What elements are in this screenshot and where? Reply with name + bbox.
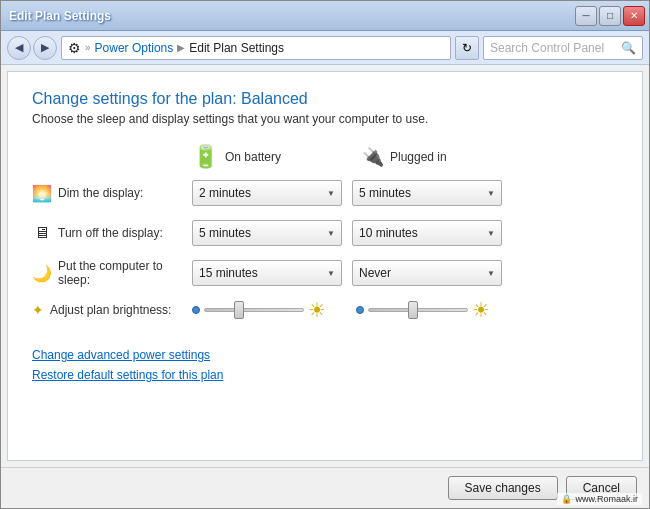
battery-brightness-section: ☀ bbox=[192, 298, 352, 322]
dropdown-arrow: ▼ bbox=[327, 269, 335, 278]
brightness-battery-thumb[interactable] bbox=[234, 301, 244, 319]
search-placeholder: Search Control Panel bbox=[490, 41, 604, 55]
turnoff-display-battery-dropdown[interactable]: 5 minutes ▼ bbox=[192, 220, 342, 246]
sleep-battery-value: 15 minutes bbox=[199, 266, 258, 280]
minimize-button[interactable]: ─ bbox=[575, 6, 597, 26]
pluggedin-column-header: 🔌 Plugged in bbox=[362, 146, 532, 168]
battery-icon: 🔋 bbox=[192, 144, 219, 170]
brightness-label-icon: ✦ bbox=[32, 302, 44, 318]
title-bar-text: Edit Plan Settings bbox=[9, 9, 111, 23]
close-button[interactable]: ✕ bbox=[623, 6, 645, 26]
dropdown-arrow: ▼ bbox=[487, 189, 495, 198]
page-subtitle: Choose the sleep and display settings th… bbox=[32, 112, 618, 126]
brightness-text: Adjust plan brightness: bbox=[50, 303, 171, 317]
sleep-controls: 15 minutes ▼ Never ▼ bbox=[192, 260, 502, 286]
restore-defaults-link[interactable]: Restore default settings for this plan bbox=[32, 368, 618, 382]
title-bar-controls: ─ □ ✕ bbox=[575, 6, 645, 26]
dropdown-arrow: ▼ bbox=[487, 269, 495, 278]
search-icon: 🔍 bbox=[621, 41, 636, 55]
brightness-label: ✦ Adjust plan brightness: bbox=[32, 302, 192, 318]
turnoff-display-label: 🖥 Turn off the display: bbox=[32, 224, 192, 242]
watermark: 🔒 www.Romaak.ir bbox=[557, 493, 642, 505]
save-changes-button[interactable]: Save changes bbox=[448, 476, 558, 500]
brightness-battery-dot bbox=[192, 306, 200, 314]
brightness-controls: ☀ ☀ bbox=[192, 298, 516, 322]
battery-label: On battery bbox=[225, 150, 281, 164]
page-title: Change settings for the plan: Balanced bbox=[32, 90, 618, 108]
turnoff-display-controls: 5 minutes ▼ 10 minutes ▼ bbox=[192, 220, 502, 246]
address-bar: ◀ ▶ ⚙ » Power Options ▶ Edit Plan Settin… bbox=[1, 31, 649, 65]
turnoff-display-text: Turn off the display: bbox=[58, 226, 163, 240]
dim-display-battery-value: 2 minutes bbox=[199, 186, 251, 200]
watermark-text: www.Romaak.ir bbox=[575, 494, 638, 504]
title-bar: Edit Plan Settings ─ □ ✕ bbox=[1, 1, 649, 31]
dim-display-label: 🌅 Dim the display: bbox=[32, 184, 192, 203]
breadcrumb-icon: ⚙ bbox=[68, 40, 81, 56]
forward-button[interactable]: ▶ bbox=[33, 36, 57, 60]
column-headers: 🔋 On battery 🔌 Plugged in bbox=[192, 144, 618, 178]
search-box[interactable]: Search Control Panel 🔍 bbox=[483, 36, 643, 60]
dim-display-icon: 🌅 bbox=[32, 184, 52, 203]
sleep-row: 🌙 Put the computer to sleep: 15 minutes … bbox=[32, 258, 618, 288]
advanced-settings-link[interactable]: Change advanced power settings bbox=[32, 348, 618, 362]
turnoff-display-row: 🖥 Turn off the display: 5 minutes ▼ 10 m… bbox=[32, 218, 618, 248]
sleep-icon: 🌙 bbox=[32, 264, 52, 283]
brightness-battery-slider[interactable] bbox=[204, 308, 304, 312]
breadcrumb-power-options[interactable]: Power Options bbox=[95, 41, 174, 55]
sleep-battery-dropdown[interactable]: 15 minutes ▼ bbox=[192, 260, 342, 286]
back-button[interactable]: ◀ bbox=[7, 36, 31, 60]
brightness-plugged-slider[interactable] bbox=[368, 308, 468, 312]
breadcrumb: ⚙ » Power Options ▶ Edit Plan Settings bbox=[61, 36, 451, 60]
turnoff-display-plugged-dropdown[interactable]: 10 minutes ▼ bbox=[352, 220, 502, 246]
dim-display-controls: 2 minutes ▼ 5 minutes ▼ bbox=[192, 180, 502, 206]
dim-display-plugged-value: 5 minutes bbox=[359, 186, 411, 200]
brightness-battery-max-icon: ☀ bbox=[308, 298, 326, 322]
turnoff-display-plugged-value: 10 minutes bbox=[359, 226, 418, 240]
pluggedin-icon: 🔌 bbox=[362, 146, 384, 168]
maximize-button[interactable]: □ bbox=[599, 6, 621, 26]
footer: Save changes Cancel bbox=[1, 467, 649, 508]
sleep-plugged-value: Never bbox=[359, 266, 391, 280]
dim-display-text: Dim the display: bbox=[58, 186, 143, 200]
brightness-row: ✦ Adjust plan brightness: ☀ bbox=[32, 298, 618, 322]
dim-display-plugged-dropdown[interactable]: 5 minutes ▼ bbox=[352, 180, 502, 206]
plugged-brightness-section: ☀ bbox=[356, 298, 516, 322]
dim-display-row: 🌅 Dim the display: 2 minutes ▼ 5 minutes… bbox=[32, 178, 618, 208]
brightness-plugged-thumb[interactable] bbox=[408, 301, 418, 319]
dropdown-arrow: ▼ bbox=[487, 229, 495, 238]
turnoff-display-battery-value: 5 minutes bbox=[199, 226, 251, 240]
dropdown-arrow: ▼ bbox=[327, 229, 335, 238]
watermark-icon: 🔒 bbox=[561, 494, 572, 504]
sleep-plugged-dropdown[interactable]: Never ▼ bbox=[352, 260, 502, 286]
sleep-label: 🌙 Put the computer to sleep: bbox=[32, 259, 192, 287]
dim-display-battery-dropdown[interactable]: 2 minutes ▼ bbox=[192, 180, 342, 206]
dropdown-arrow: ▼ bbox=[327, 189, 335, 198]
breadcrumb-current: Edit Plan Settings bbox=[189, 41, 284, 55]
refresh-button[interactable]: ↻ bbox=[455, 36, 479, 60]
main-content: Change settings for the plan: Balanced C… bbox=[7, 71, 643, 461]
sleep-text: Put the computer to sleep: bbox=[58, 259, 192, 287]
nav-buttons: ◀ ▶ bbox=[7, 36, 57, 60]
settings-table: 🔋 On battery 🔌 Plugged in 🌅 Dim the disp… bbox=[32, 144, 618, 332]
brightness-plugged-max-icon: ☀ bbox=[472, 298, 490, 322]
pluggedin-label: Plugged in bbox=[390, 150, 447, 164]
links-section: Change advanced power settings Restore d… bbox=[32, 348, 618, 382]
brightness-plugged-dot bbox=[356, 306, 364, 314]
battery-column-header: 🔋 On battery bbox=[192, 144, 362, 170]
turnoff-display-icon: 🖥 bbox=[32, 224, 52, 242]
